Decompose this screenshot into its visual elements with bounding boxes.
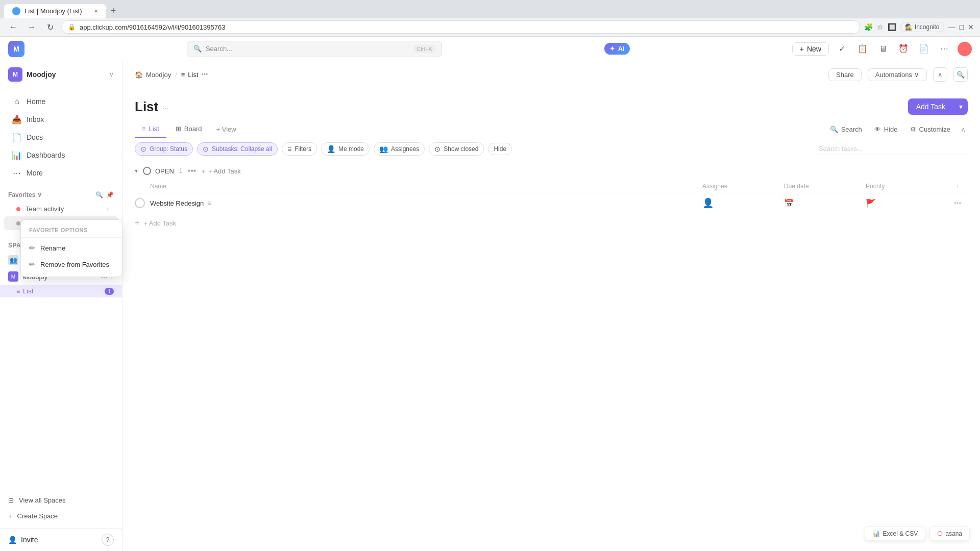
invite-btn[interactable]: 👤 Invite [8, 536, 38, 544]
search-favorites-icon[interactable]: 🔍 [95, 191, 103, 198]
breadcrumb-more-icon[interactable]: ••• [202, 71, 208, 78]
col-assignee-header: Assignee [702, 183, 784, 190]
extension-icon[interactable]: 🔲 [888, 23, 896, 31]
checkmark-icon[interactable]: ✓ [835, 42, 849, 56]
sidebar-label-docs: Docs [27, 133, 43, 141]
task-list-icon[interactable]: ≡ [208, 199, 211, 207]
task-due-cell[interactable]: 📅 [784, 198, 866, 208]
clock-icon[interactable]: ⏰ [896, 42, 911, 56]
search-bar[interactable]: 🔍 Search... Ctrl+K [187, 41, 442, 57]
add-task-row-label: + Add Task [143, 219, 176, 227]
rename-icon: ✏ [29, 244, 35, 252]
task-assignee-cell[interactable]: 👤 [702, 197, 784, 209]
workspace-selector[interactable]: M Moodjoy ∨ [0, 61, 122, 88]
group-collapse-btn[interactable]: ▾ [135, 167, 138, 174]
hide-filter-btn[interactable]: Hide [488, 143, 512, 155]
sidebar-label-more: More [27, 169, 43, 177]
new-tab-btn[interactable]: + [106, 4, 120, 18]
group-options-icon[interactable]: ••• [188, 166, 197, 176]
sidebar-item-home[interactable]: ⌂ Home [4, 93, 118, 110]
minimize-btn[interactable]: — [948, 23, 955, 31]
collapse-button[interactable]: ∧ [933, 67, 947, 82]
doc-icon[interactable]: 📄 [917, 42, 931, 56]
pin-icon[interactable]: 📌 [106, 191, 114, 198]
group-status-badge: OPEN [143, 167, 174, 175]
team-space-icon: 👥 [8, 255, 18, 265]
col-add-header[interactable]: + [947, 183, 968, 190]
assignees-icon: 👥 [379, 145, 388, 153]
sidebar-label-home: Home [27, 97, 45, 106]
calendar-icon[interactable]: 📋 [855, 42, 870, 56]
ai-button[interactable]: ✦ AI [604, 43, 630, 55]
refresh-btn[interactable]: ↻ [43, 20, 57, 34]
tab-board[interactable]: ⊞ Board [168, 121, 209, 138]
create-space-btn[interactable]: + Create Space [0, 508, 122, 524]
workspace-breadcrumb-icon: 🏠 [135, 71, 143, 79]
priority-icon: 🚩 [866, 198, 876, 208]
favorites-item-team-activity[interactable]: Team activity + [4, 202, 118, 216]
bookmark-icon[interactable]: ☆ [877, 23, 884, 31]
ai-label: AI [618, 45, 625, 53]
table-row[interactable]: Website Redesign ≡ 👤 📅 🚩 ••• [135, 193, 968, 213]
incognito-label: Incognito [915, 23, 940, 31]
sidebar-item-dashboards[interactable]: 📊 Dashboards [4, 146, 118, 164]
view-collapse-btn[interactable]: ∧ [959, 123, 968, 136]
back-btn[interactable]: ← [6, 20, 20, 34]
task-name-cell: Website Redesign ≡ [150, 199, 702, 207]
tasks-search-input[interactable] [815, 143, 968, 155]
add-task-row[interactable]: + + Add Task [135, 213, 968, 233]
search-header-btn[interactable]: 🔍 [953, 67, 968, 82]
forward-btn[interactable]: → [24, 20, 39, 34]
view-all-spaces-btn[interactable]: ⊞ View all Spaces [0, 492, 122, 508]
group-status-filter[interactable]: ⊙ Group: Status [135, 142, 193, 156]
share-button[interactable]: Share [828, 68, 862, 81]
tab-close-btn[interactable]: × [94, 7, 98, 15]
browser-tab-active[interactable]: List | Moodjoy (List) × [4, 4, 106, 18]
view-search-btn[interactable]: 🔍 Search [830, 126, 862, 133]
view-customize-btn[interactable]: ⚙ Customize [910, 126, 950, 133]
page-title-menu[interactable]: ... [158, 99, 173, 114]
show-closed-filter[interactable]: ⊙ Show closed [429, 142, 484, 156]
remove-favorite-item[interactable]: ✏ Remove from Favorites [21, 256, 122, 272]
task-name-text[interactable]: Website Redesign [150, 199, 204, 207]
me-mode-filter[interactable]: 👤 Me mode [321, 142, 370, 156]
task-checkbox[interactable] [135, 198, 145, 208]
breadcrumb-workspace-label: Moodjoy [146, 71, 171, 79]
url-bar[interactable]: 🔒 app.clickup.com/9016164592/v/l/li/9016… [61, 20, 860, 34]
excel-csv-btn[interactable]: 📊 Excel & CSV [865, 527, 926, 541]
assignees-filter[interactable]: 👥 Assignees [374, 142, 425, 156]
sidebar-item-inbox[interactable]: 📥 Inbox [4, 111, 118, 128]
rename-favorite-item[interactable]: ✏ Rename [21, 240, 122, 256]
sidebar-item-docs[interactable]: 📄 Docs [4, 129, 118, 146]
close-btn[interactable]: ✕ [968, 23, 974, 31]
tree-item-list[interactable]: ≡ List 1 [0, 285, 122, 297]
more-apps-icon[interactable]: ⋯ [937, 42, 951, 56]
group-add-task-btn[interactable]: + + Add Task [201, 167, 240, 175]
add-task-dropdown-icon[interactable]: ▾ [954, 98, 968, 115]
automations-button[interactable]: Automations ∨ [868, 68, 927, 81]
asana-btn[interactable]: ⬡ asana [929, 527, 970, 541]
tab-list[interactable]: ≡ List [135, 121, 166, 138]
help-btn[interactable]: ? [102, 534, 114, 546]
maximize-btn[interactable]: □ [960, 23, 964, 31]
new-button[interactable]: + New [792, 42, 829, 56]
user-avatar[interactable] [958, 42, 972, 56]
board-tab-label: Board [184, 125, 202, 133]
breadcrumb-workspace[interactable]: 🏠 Moodjoy [135, 71, 171, 79]
view-hide-btn[interactable]: 👁 Hide [870, 123, 902, 135]
favorites-header[interactable]: Favorites ∨ 🔍 📌 [0, 188, 122, 202]
add-favorite-icon[interactable]: + [106, 205, 110, 213]
task-actions-btn[interactable]: ••• [947, 199, 968, 207]
sidebar-bottom-bar: 👤 Invite ? [0, 528, 122, 551]
filters-btn[interactable]: ≡ Filters [282, 142, 317, 156]
add-view-btn[interactable]: + View [211, 121, 241, 137]
screen-icon[interactable]: 🖥 [876, 42, 890, 56]
task-priority-cell[interactable]: 🚩 [866, 198, 947, 208]
subtasks-filter[interactable]: ⊙ Subtasks: Collapse all [197, 142, 278, 156]
show-closed-label: Show closed [444, 145, 478, 153]
sidebar-item-more[interactable]: ⋯ More [4, 164, 118, 182]
add-task-button[interactable]: Add Task ▾ [908, 98, 968, 115]
view-tabs: ≡ List ⊞ Board + View 🔍 Search 👁 Hide ⚙ [122, 121, 980, 138]
view-tab-controls: 🔍 Search 👁 Hide ⚙ Customize ∧ [830, 123, 968, 136]
subtasks-icon: ⊙ [203, 145, 209, 153]
